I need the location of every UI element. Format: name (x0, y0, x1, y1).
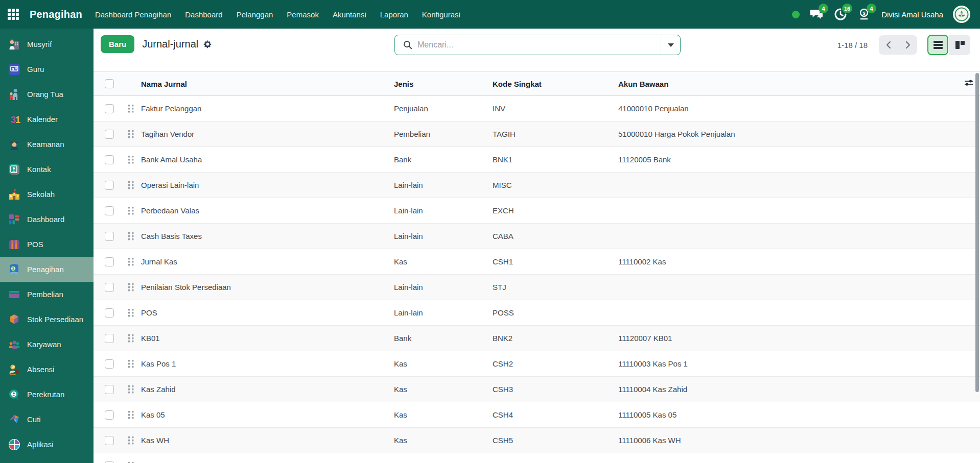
menu-item-dashboard-penagihan[interactable]: Dashboard Penagihan (95, 10, 171, 19)
drag-handle-icon[interactable] (128, 410, 135, 420)
sidebar-item-absensi[interactable]: Absensi (0, 357, 94, 382)
drag-handle-icon[interactable] (128, 308, 135, 318)
table-row[interactable]: Kas 05 Kas CSH4 11110005 Kas 05 (94, 402, 980, 428)
drag-handle-icon[interactable] (128, 436, 135, 445)
menu-item-pelanggan[interactable]: Pelanggan (237, 10, 273, 19)
column-header-jenis[interactable]: Jenis (394, 80, 493, 88)
apps-grid-icon[interactable] (8, 9, 19, 20)
sidebar-item-partial[interactable] (0, 457, 94, 463)
pager-next-button[interactable] (898, 35, 917, 55)
new-record-button[interactable]: Baru (101, 35, 134, 53)
sidebar-item-pembelian[interactable]: Pembelian (0, 282, 94, 307)
sidebar-item-kontak[interactable]: Kontak (0, 157, 94, 182)
sidebar-item-musyrif[interactable]: Musyrif (0, 32, 94, 57)
table-row[interactable]: Operasi Lain-lain Lain-lain MISC (94, 173, 980, 198)
drag-handle-icon[interactable] (128, 461, 135, 463)
table-row[interactable]: Tagihan Vendor Pembelian TAGIH 51000010 … (94, 121, 980, 147)
list-view-button[interactable] (927, 35, 948, 55)
pembelian-icon (8, 288, 21, 301)
row-checkbox[interactable] (105, 436, 114, 445)
table-row[interactable]: Faktur Pelanggan Penjualan INV 41000010 … (94, 96, 980, 121)
drag-handle-icon[interactable] (128, 155, 135, 164)
row-checkbox[interactable] (105, 308, 114, 318)
search-options-toggle[interactable] (661, 35, 680, 55)
row-checkbox[interactable] (105, 181, 114, 190)
row-checkbox[interactable] (105, 410, 114, 420)
sidebar-item-stok-persediaan[interactable]: Stok Persediaan (0, 307, 94, 332)
drag-handle-icon[interactable] (128, 130, 135, 139)
sidebar-item-aplikasi[interactable]: Aplikasi (0, 432, 94, 457)
search-input[interactable] (417, 40, 661, 50)
sekolah-icon (8, 188, 21, 201)
sidebar-item-cuti[interactable]: Cuti (0, 407, 94, 432)
table-row[interactable]: KB01 Bank BNK2 11120007 KB01 (94, 326, 980, 351)
menu-item-akuntansi[interactable]: Akuntansi (333, 10, 366, 19)
row-checkbox[interactable] (105, 155, 114, 164)
kalender-icon: 31 (8, 113, 21, 126)
drag-handle-icon[interactable] (128, 181, 135, 190)
keamanan-icon (8, 138, 21, 151)
drag-handle-icon[interactable] (128, 283, 135, 292)
table-row[interactable]: Kas Abu Bakar Kas BNK3 11110007 Kas Abu … (94, 453, 980, 463)
sidebar-item-orang-tua[interactable]: Orang Tua (0, 82, 94, 107)
drag-handle-icon[interactable] (128, 334, 135, 343)
sidebar-item-label: Absensi (27, 365, 54, 374)
sidebar-item-sekolah[interactable]: Sekolah (0, 182, 94, 207)
column-header-kode-singkat[interactable]: Kode Singkat (493, 80, 618, 88)
table-row[interactable]: Jurnal Kas Kas CSH1 11110002 Kas (94, 249, 980, 275)
row-checkbox[interactable] (105, 359, 114, 369)
table-row[interactable]: Kas Zahid Kas CSH3 11110004 Kas Zahid (94, 377, 980, 402)
vertical-scrollbar[interactable] (975, 73, 979, 392)
table-row[interactable]: Cash Basis Taxes Lain-lain CABA (94, 224, 980, 249)
optional-columns-icon[interactable] (964, 79, 973, 89)
money-button[interactable]: $ 4 (857, 7, 872, 21)
row-checkbox[interactable] (105, 257, 114, 266)
gear-icon[interactable] (203, 40, 212, 48)
table-row[interactable]: Bank Amal Usaha Bank BNK1 11120005 Bank (94, 147, 980, 173)
sidebar-item-dashboard[interactable]: Dashboard (0, 207, 94, 232)
activities-button[interactable]: 16 (833, 7, 848, 21)
app-brand[interactable]: Penagihan (30, 9, 82, 20)
sidebar-item-keamanan[interactable]: Keamanan (0, 132, 94, 157)
drag-handle-icon[interactable] (128, 257, 135, 266)
drag-handle-icon[interactable] (128, 104, 135, 113)
row-checkbox[interactable] (105, 461, 114, 463)
table-row[interactable]: Kas WH Kas CSH5 11110006 Kas WH (94, 428, 980, 453)
column-header-nama-jurnal[interactable]: Nama Jurnal (138, 80, 394, 88)
menu-item-pemasok[interactable]: Pemasok (287, 10, 319, 19)
cell-akun-bawaan: 41000010 Penjualan (618, 104, 958, 113)
drag-handle-icon[interactable] (128, 232, 135, 241)
aplikasi-icon (8, 438, 21, 451)
sidebar-item-guru[interactable]: Guru (0, 57, 94, 82)
select-all-checkbox[interactable] (105, 79, 114, 88)
sidebar-item-pos[interactable]: POS (0, 232, 94, 257)
kanban-view-button[interactable] (949, 35, 970, 55)
row-checkbox[interactable] (105, 232, 114, 241)
user-avatar[interactable] (953, 6, 970, 23)
drag-handle-icon[interactable] (128, 385, 135, 394)
sidebar-item-penagihan[interactable]: $ Penagihan (0, 257, 94, 282)
menu-item-dashboard[interactable]: Dashboard (185, 10, 222, 19)
table-row[interactable]: Kas Pos 1 Kas CSH2 11110003 Kas Pos 1 (94, 351, 980, 377)
pager-previous-button[interactable] (879, 35, 898, 55)
row-checkbox[interactable] (105, 130, 114, 139)
column-header-akun-bawaan[interactable]: Akun Bawaan (618, 80, 958, 88)
sidebar-item-perekrutan[interactable]: Perekrutan (0, 382, 94, 407)
drag-handle-icon[interactable] (128, 206, 135, 215)
messages-button[interactable]: 4 (809, 7, 824, 21)
table-row[interactable]: Penilaian Stok Persediaan Lain-lain STJ (94, 275, 980, 300)
table-row[interactable]: Perbedaan Valas Lain-lain EXCH (94, 198, 980, 224)
cell-jenis: Lain-lain (394, 206, 493, 215)
table-row[interactable]: POS Lain-lain POSS (94, 300, 980, 326)
row-checkbox[interactable] (105, 206, 114, 215)
drag-handle-icon[interactable] (128, 359, 135, 369)
row-checkbox[interactable] (105, 283, 114, 292)
row-checkbox[interactable] (105, 385, 114, 394)
row-checkbox[interactable] (105, 104, 114, 113)
sidebar-item-kalender[interactable]: 31 Kalender (0, 107, 94, 132)
menu-item-konfigurasi[interactable]: Konfigurasi (422, 10, 460, 19)
company-switcher[interactable]: Divisi Amal Usaha (881, 10, 943, 19)
menu-item-laporan[interactable]: Laporan (380, 10, 408, 19)
row-checkbox[interactable] (105, 334, 114, 343)
sidebar-item-karyawan[interactable]: Karyawan (0, 332, 94, 357)
